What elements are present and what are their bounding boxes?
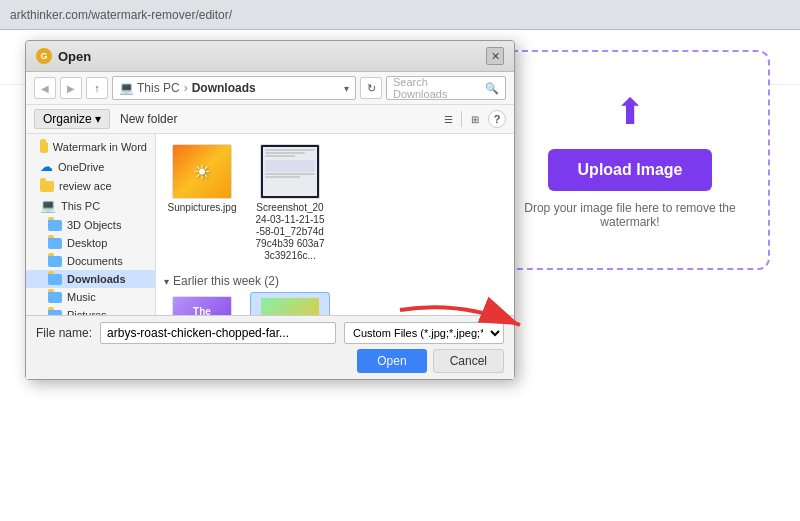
filename-label: File name: — [36, 326, 92, 340]
dialog-close-button[interactable]: ✕ — [486, 47, 504, 65]
filetype-select[interactable]: Custom Files (*.jpg;*.jpeg;*.pn... — [344, 322, 504, 344]
nav-item-thispc[interactable]: 💻 This PC — [26, 195, 155, 216]
breadcrumb[interactable]: 💻 This PC › Downloads ▾ — [112, 76, 356, 100]
nav-item-downloads[interactable]: Downloads — [26, 270, 155, 288]
view-buttons: ☰ ⊞ ? — [437, 108, 506, 130]
file-thumbnail-sun: ☀ — [172, 144, 232, 199]
folder-icon — [48, 220, 62, 231]
view-list-button[interactable]: ☰ — [437, 108, 459, 130]
nav-item-pictures[interactable]: Pictures — [26, 306, 155, 315]
filename-row: File name: Custom Files (*.jpg;*.jpeg;*.… — [36, 322, 504, 344]
search-icon: 🔍 — [485, 82, 499, 95]
breadcrumb-thispc: 💻 This PC — [119, 81, 180, 95]
back-button[interactable]: ◀ — [34, 77, 56, 99]
folder-icon — [40, 142, 48, 153]
breadcrumb-downloads: Downloads — [192, 81, 256, 95]
forward-button[interactable]: ▶ — [60, 77, 82, 99]
organize-button[interactable]: Organize ▾ — [34, 109, 110, 129]
folder-icon — [48, 292, 62, 303]
browser-bar: arkthinker.com/watermark-remover/editor/ — [0, 0, 800, 30]
dialog-title-text: Open — [58, 49, 91, 64]
nav-item-documents[interactable]: Documents — [26, 252, 155, 270]
file-name-sun: Sunpictures.jpg — [168, 202, 237, 214]
nav-item-music[interactable]: Music — [26, 288, 155, 306]
left-nav-panel: Watermark in Word ☁ OneDrive review ace … — [26, 134, 156, 315]
breadcrumb-dropdown[interactable]: ▾ — [344, 83, 349, 94]
open-button[interactable]: Open — [357, 349, 426, 373]
file-item-screenshot[interactable]: Screenshot_2024-03-11-21-15-58-01_72b74d… — [250, 140, 330, 266]
upload-image-button[interactable]: Upload Image — [548, 149, 713, 191]
view-grid-button[interactable]: ⊞ — [464, 108, 486, 130]
folder-icon — [48, 238, 62, 249]
nav-item-review[interactable]: review ace — [26, 177, 155, 195]
computer-icon: 💻 — [40, 198, 56, 213]
filename-input[interactable] — [100, 322, 336, 344]
recent-files-row: ☀ Sunpictures.jpg — [162, 140, 508, 266]
folder-icon — [48, 310, 62, 316]
open-file-dialog: G Open ✕ ◀ ▶ ↑ 💻 This PC › Downloads ▾ ↻… — [25, 40, 515, 380]
up-button[interactable]: ↑ — [86, 77, 108, 99]
file-item-sun[interactable]: ☀ Sunpictures.jpg — [162, 140, 242, 266]
browser-url: arkthinker.com/watermark-remover/editor/ — [10, 8, 232, 22]
dialog-organize-toolbar: Organize ▾ New folder ☰ ⊞ ? — [26, 105, 514, 134]
help-button[interactable]: ? — [488, 110, 506, 128]
dialog-address-toolbar: ◀ ▶ ↑ 💻 This PC › Downloads ▾ ↻ Search D… — [26, 72, 514, 105]
cancel-button[interactable]: Cancel — [433, 349, 504, 373]
upload-hint: Drop your image file here to remove the … — [492, 201, 768, 229]
folder-icon — [48, 256, 62, 267]
nav-item-desktop[interactable]: Desktop — [26, 234, 155, 252]
section-earlier-label: ▾ Earlier this week (2) — [162, 272, 508, 292]
dialog-logo-icon: G — [36, 48, 52, 64]
dialog-actions: Open Cancel — [36, 349, 504, 373]
dialog-title-bar: G Open ✕ — [26, 41, 514, 72]
refresh-button[interactable]: ↻ — [360, 77, 382, 99]
file-item-book[interactable]: The Picture Bride 9781922310859_rev.jpg — [162, 292, 242, 315]
new-folder-button[interactable]: New folder — [116, 110, 181, 128]
search-placeholder: Search Downloads — [393, 76, 485, 100]
file-grid: ☀ Sunpictures.jpg — [156, 134, 514, 315]
folder-icon — [40, 181, 54, 192]
dialog-body: Watermark in Word ☁ OneDrive review ace … — [26, 134, 514, 315]
dialog-bottom: File name: Custom Files (*.jpg;*.jpeg;*.… — [26, 315, 514, 379]
cloud-icon: ☁ — [40, 159, 53, 174]
earlier-files-row: The Picture Bride 9781922310859_rev.jpg … — [162, 292, 508, 315]
file-name-screenshot: Screenshot_2024-03-11-21-15-58-01_72b74d… — [254, 202, 326, 262]
upload-area: ⬆ Upload Image Drop your image file here… — [490, 50, 770, 270]
page: nker Free Watermark Remover ⬆ Upload Ima… — [0, 30, 800, 521]
file-thumbnail-salad: 🥗 — [260, 297, 320, 315]
folder-icon — [48, 274, 62, 285]
breadcrumb-sep: › — [184, 81, 188, 95]
nav-item-watermark[interactable]: Watermark in Word — [26, 138, 155, 156]
file-item-salad[interactable]: 🥗 arbys-roast-chick-en-chopped-farmhouse… — [250, 292, 330, 315]
nav-item-3dobjects[interactable]: 3D Objects — [26, 216, 155, 234]
file-thumbnail-book: The Picture Bride — [172, 296, 232, 315]
nav-item-onedrive[interactable]: ☁ OneDrive — [26, 156, 155, 177]
upload-icon: ⬆ — [615, 91, 645, 133]
file-thumbnail-screenshot — [260, 144, 320, 199]
search-box[interactable]: Search Downloads 🔍 — [386, 76, 506, 100]
